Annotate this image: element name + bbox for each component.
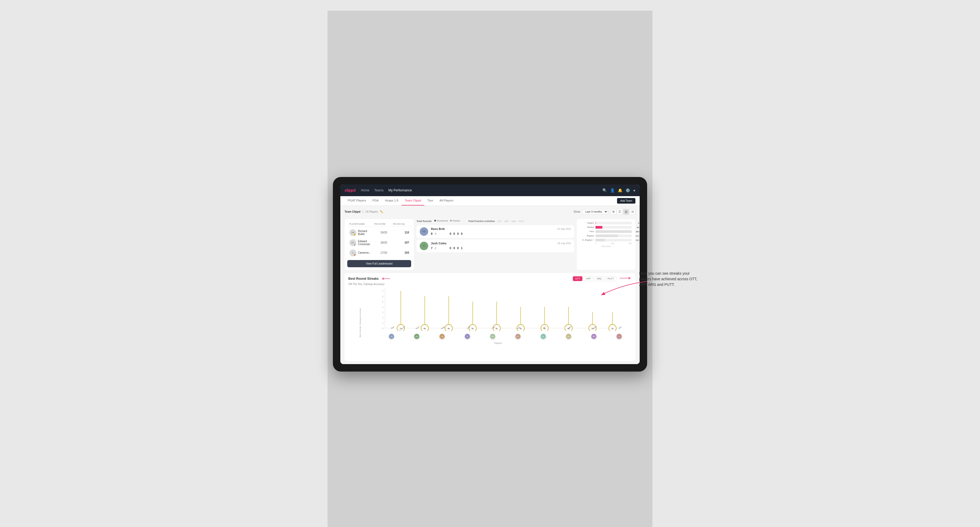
player-avatar-2: EC 2 <box>349 239 356 246</box>
player-row[interactable]: RB 1 Richard Butler 19/20 110 <box>347 227 411 238</box>
nav-link-home[interactable]: Home <box>361 189 369 192</box>
bar-value-bogeys: 311 <box>636 235 639 237</box>
stat-practice-rees: 0 0 0 0 <box>450 232 463 235</box>
player-card-rees-britt[interactable]: RB Rees Britt 02 Sep 2023 8 <box>417 225 574 238</box>
practice-rounds-josh: 2 <box>434 246 436 250</box>
svg-text:4: 4 <box>382 306 383 308</box>
nav-bar: clippd Home Teams My Performance 🔍 👤 🔔 ⚙… <box>340 184 640 196</box>
player-x-label-6: E. Crossman <box>514 327 523 329</box>
subnav-pga[interactable]: PGA <box>369 196 382 205</box>
stat-values-rounds-josh: 7 2 <box>431 246 436 250</box>
bar-label-bogeys: Bogeys <box>581 235 594 237</box>
rank-badge-1: 1 <box>354 233 356 236</box>
tablet-frame: clippd Home Teams My Performance 🔍 👤 🔔 ⚙… <box>333 177 647 371</box>
player-x-label-8: M. Miller <box>566 327 573 329</box>
bar-row-eagles: Eagles 3 <box>581 222 632 224</box>
bar-fill-birdies <box>595 226 602 229</box>
practice-rounds-rees: 4 <box>434 232 436 235</box>
subtitle-sub: Fairway Accuracy <box>363 283 384 286</box>
streak-arrow <box>381 277 391 281</box>
view-leaderboard-button[interactable]: View Full Leaderboard <box>347 260 411 267</box>
player-x-label-10: C. Quick <box>616 327 623 329</box>
search-icon[interactable]: 🔍 <box>602 188 607 192</box>
user-icon[interactable]: 👤 <box>610 188 615 192</box>
bar-value-pars: 499 <box>636 230 639 233</box>
subnav-all-players[interactable]: All Players <box>436 196 457 205</box>
stat-rounds-rees: 8 4 <box>431 232 436 235</box>
ott-filter-btn[interactable]: OTT <box>573 276 582 281</box>
legend-practice-label: Practice <box>452 220 460 222</box>
annotation-arrow <box>597 279 650 300</box>
player-x-label-9: R. Butler <box>591 327 598 329</box>
chart-panel: Eagles 3 Birdies <box>577 219 635 270</box>
settings-icon[interactable]: ⚙️ <box>625 188 630 192</box>
app-header: APP <box>504 220 509 222</box>
player-name-3: Cameron... <box>358 251 371 254</box>
bar-container-birdies: 96 <box>595 226 632 229</box>
card-name-rees: Rees Britt <box>431 227 445 230</box>
filter-bar: Team Clippd | 14 Players ✏️ Show Last 3 … <box>345 209 635 215</box>
card-avatar-josh: JC <box>420 242 428 250</box>
player-avg-3: 103 <box>393 251 409 254</box>
subtitle-main: Off The Tee <box>348 283 362 286</box>
subnav-team-clippd[interactable]: Team Clippd <box>402 196 424 205</box>
top-section: PLAYER NAME PB SCORE PB AVG SQ RB 1 <box>345 219 635 270</box>
x-tick-0: 0 <box>595 243 597 244</box>
bar-container-eagles: 3 <box>595 222 632 224</box>
player-x-label-3: D. Billingham <box>438 327 447 329</box>
player-avg-1: 110 <box>393 231 409 234</box>
bar-row-dbogeys: D. Bogeys + 131 <box>581 239 632 241</box>
bar-container-dbogeys: 131 <box>595 239 632 241</box>
bar-fill-eagles <box>595 222 596 224</box>
player-row[interactable]: EC 2 Edward Crossman 18/20 107 <box>347 238 411 248</box>
player-name-1: Richard Butler <box>358 230 374 236</box>
card-top-rees: Rees Britt 02 Sep 2023 <box>431 227 571 230</box>
col-pb-avg: PB AVG SQ <box>393 223 409 225</box>
avatar-8: MM <box>565 333 572 340</box>
subnav-pgat[interactable]: PGAT Players <box>345 196 369 205</box>
grid-view-btn[interactable]: ⊞ <box>610 209 616 215</box>
bar-container-bogeys: 311 <box>595 235 632 237</box>
card-avatar-rees: RB <box>420 227 428 236</box>
bell-icon[interactable]: 🔔 <box>618 188 622 192</box>
card-stats-josh: 7 2 0 0 0 <box>431 246 571 250</box>
nav-link-my-performance[interactable]: My Performance <box>388 189 412 192</box>
app-rees: 0 <box>453 232 455 235</box>
nav-icons: 🔍 👤 🔔 ⚙️ ● <box>602 188 635 192</box>
time-filter-select[interactable]: Last 3 months <box>582 209 608 214</box>
bar-value-dbogeys: 131 <box>636 239 639 241</box>
edit-icon[interactable]: ✏️ <box>380 210 383 213</box>
players-cards: Total Rounds Tournament Practice <box>417 219 574 270</box>
player-list-header: PLAYER NAME PB SCORE PB AVG SQ <box>347 222 411 227</box>
bottom-title-row: Best Round Streaks <box>348 277 391 281</box>
card-view-btn[interactable]: ▤ <box>623 209 629 215</box>
card-top-josh: Josh Coles 26 Aug 2023 <box>431 242 571 245</box>
rank-badge-3: 3 <box>354 254 356 256</box>
avatar-icon[interactable]: ● <box>633 188 635 192</box>
view-icons: ⊞ ☰ ▤ ⊟ <box>610 209 635 215</box>
subnav-tour[interactable]: Tour <box>424 196 436 205</box>
subnav-hcaps[interactable]: Hcaps 1-5 <box>382 196 402 205</box>
table-view-btn[interactable]: ⊟ <box>630 209 635 215</box>
arg-josh: 0 <box>457 246 459 250</box>
nav-link-teams[interactable]: Teams <box>374 189 383 192</box>
show-label: Show <box>574 210 580 213</box>
app-filter-btn[interactable]: APP <box>584 276 593 281</box>
card-date-rees: 02 Sep 2023 <box>557 227 571 230</box>
svg-text:2: 2 <box>382 316 383 319</box>
stat-rounds-josh: 7 2 <box>431 246 436 250</box>
app-josh: 0 <box>453 246 455 250</box>
bar-fill-dbogeys <box>595 239 605 241</box>
add-team-button[interactable]: Add Team <box>617 198 635 204</box>
player-row[interactable]: C 3 Cameron... 17/20 103 <box>347 248 411 258</box>
list-view-btn[interactable]: ☰ <box>617 209 623 215</box>
bar-fill-bogeys <box>595 235 618 237</box>
player-card-josh-coles[interactable]: JC Josh Coles 26 Aug 2023 7 <box>417 240 574 252</box>
card-stats-rees: 8 4 0 0 0 <box>431 232 571 235</box>
card-content-rees: Rees Britt 02 Sep 2023 8 4 <box>431 227 571 235</box>
avatar-4: JC <box>464 333 471 340</box>
rank-badge-2: 2 <box>354 243 356 246</box>
arg-header: ARG <box>512 220 516 222</box>
player-avatar-1: RB 1 <box>349 229 356 236</box>
player-avatars-row: EE BM DB JC RB <box>364 333 632 340</box>
